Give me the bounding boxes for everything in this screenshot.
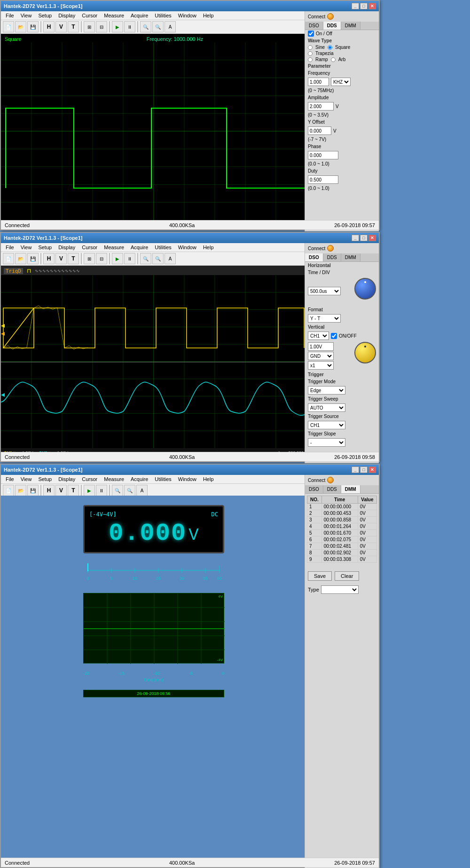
menu-view-1[interactable]: View xyxy=(18,12,35,19)
new-icon-3[interactable]: 📄 xyxy=(3,485,14,496)
pause-icon[interactable]: ⏸ xyxy=(124,21,135,32)
trig1-icon[interactable]: ⊞ xyxy=(84,21,95,32)
open-icon-2[interactable]: 📂 xyxy=(15,253,26,264)
menu-view-2[interactable]: View xyxy=(18,244,35,251)
menu-measure-3[interactable]: Measure xyxy=(101,475,127,483)
close-btn-2[interactable]: ✕ xyxy=(368,235,376,241)
trig2-icon-2[interactable]: ⊟ xyxy=(96,253,107,264)
save-icon-3[interactable]: 💾 xyxy=(27,485,39,496)
menu-setup-3[interactable]: Setup xyxy=(35,475,55,483)
run-icon[interactable]: ▶ xyxy=(112,21,123,32)
square-radio[interactable] xyxy=(328,45,332,50)
menu-setup-1[interactable]: Setup xyxy=(35,12,55,19)
tab-dmm-1[interactable]: DMM xyxy=(341,22,360,30)
menu-setup-2[interactable]: Setup xyxy=(35,244,55,251)
menu-acquire-1[interactable]: Acquire xyxy=(128,12,151,19)
tab-dds-3[interactable]: DDS xyxy=(323,485,341,493)
zoom-in-icon[interactable]: 🔍 xyxy=(140,21,151,32)
menu-display-3[interactable]: Display xyxy=(55,475,78,483)
autoset-icon-2[interactable]: A xyxy=(164,253,176,264)
maximize-btn-2[interactable]: □ xyxy=(360,235,368,241)
menu-utilities-1[interactable]: Utilities xyxy=(152,12,174,19)
ch-select[interactable]: CH1 xyxy=(308,331,329,340)
h-icon-2[interactable]: H xyxy=(43,253,55,264)
zoom-out-icon[interactable]: 🔍 xyxy=(152,21,164,32)
trig2-icon[interactable]: ⊟ xyxy=(96,21,107,32)
menu-window-1[interactable]: Window xyxy=(175,12,199,19)
run-icon-2[interactable]: ▶ xyxy=(112,253,123,264)
minimize-btn-3[interactable]: _ xyxy=(352,466,359,473)
tab-dds-2[interactable]: DDS xyxy=(323,253,341,261)
format-select[interactable]: Y - T xyxy=(308,314,341,323)
tab-dds-1[interactable]: DDS xyxy=(323,22,341,30)
save-button[interactable]: Save xyxy=(308,571,332,581)
menu-help-2[interactable]: Help xyxy=(200,244,217,251)
trig-sweep-select[interactable]: AUTO xyxy=(308,403,345,412)
menu-measure-1[interactable]: Measure xyxy=(101,12,127,19)
menu-window-2[interactable]: Window xyxy=(175,244,199,251)
pause-icon-2[interactable]: ⏸ xyxy=(124,253,135,264)
trig-slope-select[interactable]: - xyxy=(308,438,345,447)
menu-cursor-1[interactable]: Cursor xyxy=(79,12,100,19)
tab-dmm-3[interactable]: DMM xyxy=(341,485,360,493)
new-icon-2[interactable]: 📄 xyxy=(3,253,14,264)
maximize-btn-3[interactable]: □ xyxy=(360,466,368,473)
menu-utilities-2[interactable]: Utilities xyxy=(152,244,174,251)
menu-help-1[interactable]: Help xyxy=(200,12,217,19)
close-btn-1[interactable]: ✕ xyxy=(368,3,376,9)
save-icon-2[interactable]: 💾 xyxy=(27,253,39,264)
arb-radio[interactable] xyxy=(331,57,336,62)
amp-input[interactable] xyxy=(308,102,334,110)
menu-view-3[interactable]: View xyxy=(18,475,35,483)
menu-acquire-2[interactable]: Acquire xyxy=(128,244,151,251)
trig1-icon-2[interactable]: ⊞ xyxy=(84,253,95,264)
type-select[interactable] xyxy=(321,585,359,594)
time-div-knob[interactable] xyxy=(354,278,376,300)
tab-dso-2[interactable]: DSO xyxy=(305,253,323,261)
menu-file-2[interactable]: File xyxy=(3,244,17,251)
run-icon-3[interactable]: ▶ xyxy=(84,485,95,496)
volt-div-input[interactable] xyxy=(308,342,334,351)
zoom-out-icon-3[interactable]: 🔍 xyxy=(124,485,135,496)
yoff-input[interactable] xyxy=(308,126,331,135)
menu-file-1[interactable]: File xyxy=(3,12,17,19)
v-icon-2[interactable]: V xyxy=(55,253,67,264)
menu-cursor-2[interactable]: Cursor xyxy=(79,244,100,251)
t-icon-2[interactable]: T xyxy=(68,253,79,264)
autoset-icon[interactable]: A xyxy=(164,21,176,32)
autoset-icon-3[interactable]: A xyxy=(136,485,148,496)
zoom-out-icon-2[interactable]: 🔍 xyxy=(152,253,164,264)
close-btn-3[interactable]: ✕ xyxy=(368,466,376,473)
duty-input[interactable] xyxy=(308,175,338,184)
time-div-select[interactable]: 500.0us xyxy=(308,287,341,295)
volt-div-knob[interactable] xyxy=(354,342,376,363)
menu-measure-2[interactable]: Measure xyxy=(101,244,127,251)
maximize-btn-1[interactable]: □ xyxy=(360,3,368,9)
v-icon-3[interactable]: V xyxy=(55,485,67,496)
zoom-in-icon-2[interactable]: 🔍 xyxy=(140,253,151,264)
minimize-btn-2[interactable]: _ xyxy=(352,235,359,241)
menu-display-2[interactable]: Display xyxy=(55,244,78,251)
menu-help-3[interactable]: Help xyxy=(200,475,217,483)
save-icon[interactable]: 💾 xyxy=(27,21,39,32)
menu-cursor-3[interactable]: Cursor xyxy=(79,475,100,483)
h-icon[interactable]: H xyxy=(43,21,55,32)
probe-select[interactable]: x1 xyxy=(308,361,334,370)
open-icon-3[interactable]: 📂 xyxy=(15,485,26,496)
sine-radio[interactable] xyxy=(308,45,313,50)
menu-utilities-3[interactable]: Utilities xyxy=(152,475,174,483)
freq-unit-select[interactable]: KHZ xyxy=(331,78,351,86)
coupling-select[interactable]: GND xyxy=(308,352,334,360)
trap-radio[interactable] xyxy=(308,51,313,56)
t-icon-3[interactable]: T xyxy=(68,485,79,496)
open-icon[interactable]: 📂 xyxy=(15,21,26,32)
new-icon[interactable]: 📄 xyxy=(3,21,14,32)
onoff-check[interactable] xyxy=(308,31,314,37)
minimize-btn-1[interactable]: _ xyxy=(352,3,359,9)
trig-source-select[interactable]: CH1 xyxy=(308,421,345,429)
phase-input[interactable] xyxy=(308,151,338,159)
tab-dso-3[interactable]: DSO xyxy=(305,485,323,493)
h-icon-3[interactable]: H xyxy=(43,485,55,496)
t-icon[interactable]: T xyxy=(68,21,79,32)
menu-acquire-3[interactable]: Acquire xyxy=(128,475,151,483)
